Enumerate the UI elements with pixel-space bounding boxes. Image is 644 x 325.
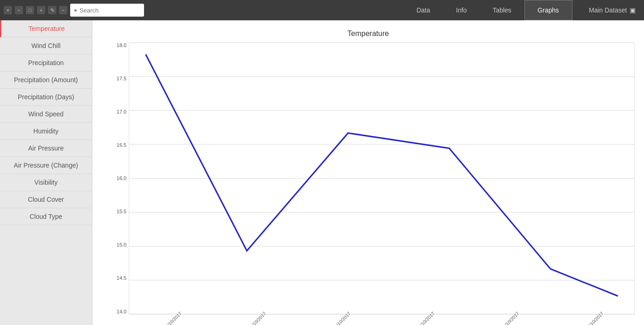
minimize-button[interactable]: −: [15, 6, 23, 14]
sidebar-item-temperature[interactable]: Temperature: [0, 20, 92, 37]
search-input[interactable]: [79, 7, 140, 14]
y-ticks: 18.0 17.5 17.0 16.5 16.0 15.5 15.0 14.5 …: [110, 42, 129, 314]
y-tick: 17.5: [117, 76, 126, 81]
title-bar: × − □ + ✎ − ● Data Info Tables Graphs Ma…: [0, 0, 644, 20]
y-tick: 16.5: [117, 142, 126, 148]
sidebar-item-precipitation[interactable]: Precipitation: [0, 54, 92, 72]
sidebar-item-air-pressure[interactable]: Air Pressure: [0, 140, 92, 157]
y-tick: 15.5: [117, 209, 126, 214]
y-tick: 17.0: [117, 109, 126, 114]
sidebar-item-precipitation-amount[interactable]: Precipitation (Amount): [0, 72, 92, 89]
y-tick: 14.5: [117, 275, 126, 281]
plot-svg-wrapper: [129, 42, 635, 314]
chart-plot-area: 18.0 17.5 17.0 16.5 16.0 15.5 15.0 14.5 …: [110, 42, 635, 325]
sidebar-item-humidity[interactable]: Humidity: [0, 123, 92, 140]
y-tick: 15.0: [117, 242, 126, 247]
tab-info[interactable]: Info: [443, 0, 480, 20]
close-button[interactable]: ×: [4, 6, 12, 14]
edit-button[interactable]: ✎: [48, 6, 56, 14]
y-tick: 14.0: [117, 309, 126, 314]
tab-data[interactable]: Data: [403, 0, 443, 20]
sidebar-item-precipitation-days[interactable]: Precipitation (Days): [0, 89, 92, 106]
temperature-line: [146, 54, 618, 296]
dataset-button[interactable]: Main Dataset ▣: [584, 6, 640, 14]
dataset-icon: ▣: [630, 6, 636, 14]
sidebar-item-cloud-type[interactable]: Cloud Type: [0, 208, 92, 225]
search-box: ●: [70, 4, 144, 17]
chart-title: Temperature: [348, 30, 389, 38]
chart-svg: [129, 42, 635, 314]
search-icon: ●: [74, 7, 77, 13]
add-button[interactable]: +: [37, 6, 45, 14]
tab-tables[interactable]: Tables: [480, 0, 524, 20]
remove-button[interactable]: −: [59, 6, 67, 14]
sidebar: Temperature Wind Chill Precipitation Pre…: [0, 20, 92, 325]
nav-tabs: Data Info Tables Graphs: [403, 0, 572, 20]
y-axis-label: Temperature: [102, 42, 108, 325]
tab-graphs[interactable]: Graphs: [524, 0, 572, 20]
chart-container: Temperature Temperature 18.0 17.5 17.0 1…: [102, 30, 635, 316]
sidebar-item-visibility[interactable]: Visibility: [0, 174, 92, 191]
chart-inner: Temperature 18.0 17.5 17.0 16.5 16.0 15.…: [102, 42, 635, 325]
y-tick: 16.0: [117, 175, 126, 181]
plot-with-yaxis: 18.0 17.5 17.0 16.5 16.0 15.5 15.0 14.5 …: [110, 42, 635, 314]
dataset-label: Main Dataset: [589, 6, 627, 14]
maximize-button[interactable]: □: [26, 6, 34, 14]
main-area: Temperature Wind Chill Precipitation Pre…: [0, 20, 644, 325]
chart-area: Temperature Temperature 18.0 17.5 17.0 1…: [92, 20, 644, 325]
y-tick: 18.0: [117, 42, 126, 48]
x-ticks-container: 20/10/2017 21/10/2017 22/10/2017 23/10/2…: [129, 317, 635, 325]
sidebar-item-air-pressure-change[interactable]: Air Pressure (Change): [0, 157, 92, 174]
sidebar-item-wind-speed[interactable]: Wind Speed: [0, 106, 92, 123]
sidebar-item-wind-chill[interactable]: Wind Chill: [0, 37, 92, 54]
sidebar-item-cloud-cover[interactable]: Cloud Cover: [0, 191, 92, 208]
